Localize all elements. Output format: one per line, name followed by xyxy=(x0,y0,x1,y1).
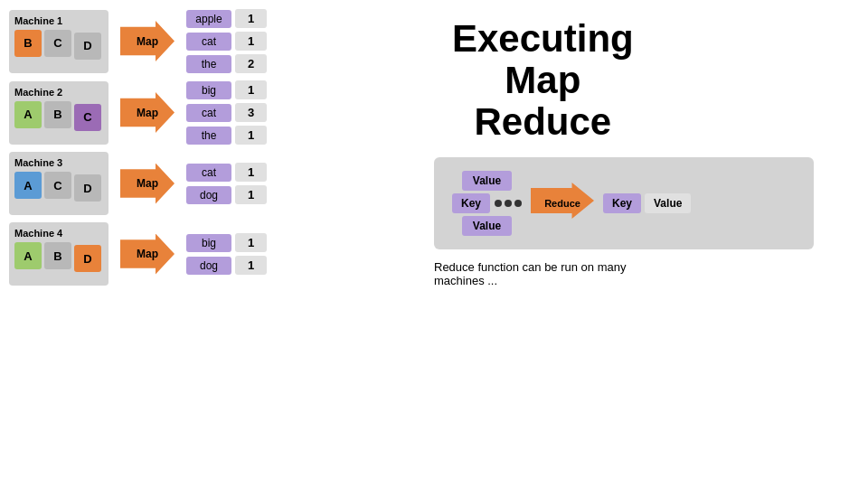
title-line3: Reduce xyxy=(475,100,612,143)
machine1-label: Machine 1 xyxy=(14,15,103,26)
machine4-outputs: big 1 dog 1 xyxy=(186,233,295,275)
cell-d4: D xyxy=(74,245,101,272)
pair-key: big xyxy=(186,81,231,99)
machine2-arrow: Map xyxy=(116,86,179,140)
machine4-box: Machine 4 A B D xyxy=(9,222,108,286)
map-arrow-shape: Map xyxy=(120,21,175,61)
cell-a3: A xyxy=(14,172,42,199)
pair-val: 1 xyxy=(235,32,267,51)
pair-val: 1 xyxy=(235,163,267,182)
machine1-arrow: Map xyxy=(116,14,179,69)
cell-b: B xyxy=(14,30,42,57)
map-arrow-shape2: Map xyxy=(120,92,175,133)
machine2-outputs: big 1 cat 3 the 1 xyxy=(186,80,295,145)
output-pair: big 1 xyxy=(186,233,295,252)
map-label3: Map xyxy=(137,177,158,190)
map-label4: Map xyxy=(137,248,158,260)
machine3-row: Machine 3 A C D Map cat 1 do xyxy=(9,152,416,215)
cell-a: A xyxy=(14,101,42,128)
map-label2: Map xyxy=(137,107,158,119)
machine1-box: Machine 1 B C D xyxy=(9,10,108,73)
output-pair: dog 1 xyxy=(186,256,295,275)
machine3-outputs: cat 1 dog 1 xyxy=(186,163,295,204)
pair-val: 1 xyxy=(235,126,267,145)
reduce-arrow-label: Reduce xyxy=(544,198,580,209)
machine3-box: Machine 3 A C D xyxy=(9,152,108,215)
reduce-text-content: Reduce function can be run on manymachin… xyxy=(434,260,626,287)
title-line1: Executing xyxy=(452,17,634,60)
output-pair: the 2 xyxy=(186,54,295,73)
cell-b4: B xyxy=(44,242,71,269)
reduce-function-text: Reduce function can be run on manymachin… xyxy=(434,260,626,287)
output-pair: cat 1 xyxy=(186,163,295,182)
machine3-label: Machine 3 xyxy=(14,157,103,168)
machine1-cells: B C D xyxy=(14,30,103,60)
reduce-dots xyxy=(495,200,522,207)
machine3-arrow: Map xyxy=(116,156,179,211)
pair-val: 1 xyxy=(235,9,267,28)
pair-val: 1 xyxy=(235,185,267,204)
reduce-key-row: Key xyxy=(452,193,522,213)
machine4-label: Machine 4 xyxy=(14,228,103,239)
cell-d: D xyxy=(74,33,101,60)
pair-key: the xyxy=(186,55,231,73)
right-column: Executing Map Reduce Value Key Value xyxy=(416,0,868,488)
output-pair: cat 1 xyxy=(186,32,295,51)
reduce-value-top: Value xyxy=(462,171,512,191)
reduce-output: Key Value xyxy=(603,193,691,213)
pair-key: dog xyxy=(186,257,231,275)
pair-key: cat xyxy=(186,33,231,51)
output-pair: dog 1 xyxy=(186,185,295,204)
reduce-arrow-container: Reduce xyxy=(531,183,594,223)
cell-c3: C xyxy=(44,172,71,199)
pair-key: dog xyxy=(186,186,231,204)
output-pair: apple 1 xyxy=(186,9,295,28)
machine4-cells: A B D xyxy=(14,242,103,272)
title-line2: Map xyxy=(505,59,580,101)
pair-key: cat xyxy=(186,164,231,182)
pair-key: the xyxy=(186,127,231,145)
pair-val: 1 xyxy=(235,256,267,275)
reduce-value-bottom: Value xyxy=(462,216,512,236)
map-label: Map xyxy=(137,35,158,48)
machine2-box: Machine 2 A B C xyxy=(9,81,108,145)
reduce-diagram: Value Key Value Reduce Key xyxy=(434,157,814,249)
pair-key: cat xyxy=(186,104,231,122)
cell-c: C xyxy=(44,30,71,57)
output-pair: big 1 xyxy=(186,80,295,99)
pair-val: 2 xyxy=(235,54,267,73)
pair-val: 3 xyxy=(235,103,267,122)
output-pair: the 1 xyxy=(186,126,295,145)
dot3 xyxy=(514,200,522,207)
left-column: Machine 1 B C D Map apple 1 xyxy=(0,0,416,488)
dot2 xyxy=(505,200,512,207)
machine4-arrow: Map xyxy=(116,227,179,281)
pair-key: big xyxy=(186,234,231,252)
cell-b2: B xyxy=(44,101,71,128)
machine2-cells: A B C xyxy=(14,101,103,131)
pair-val: 1 xyxy=(235,233,267,252)
pair-val: 1 xyxy=(235,80,267,99)
machine2-row: Machine 2 A B C Map big 1 ca xyxy=(9,80,416,145)
cell-a4: A xyxy=(14,242,42,269)
cell-d3: D xyxy=(74,174,101,202)
cell-c2: C xyxy=(74,104,101,131)
map-arrow-shape3: Map xyxy=(120,164,175,204)
pair-key: apple xyxy=(186,10,231,28)
map-arrow-shape4: Map xyxy=(120,234,175,275)
page-title: Executing Map Reduce xyxy=(452,18,634,144)
machine1-outputs: apple 1 cat 1 the 2 xyxy=(186,9,295,73)
machine1-row: Machine 1 B C D Map apple 1 xyxy=(9,9,416,73)
machine3-cells: A C D xyxy=(14,172,103,202)
reduce-key: Key xyxy=(452,193,490,213)
reduce-out-key: Key xyxy=(603,193,641,213)
output-pair: cat 3 xyxy=(186,103,295,122)
machine4-row: Machine 4 A B D Map big 1 do xyxy=(9,222,416,286)
reduce-out-val: Value xyxy=(645,193,691,213)
machine2-label: Machine 2 xyxy=(14,87,103,98)
dot1 xyxy=(495,200,502,207)
